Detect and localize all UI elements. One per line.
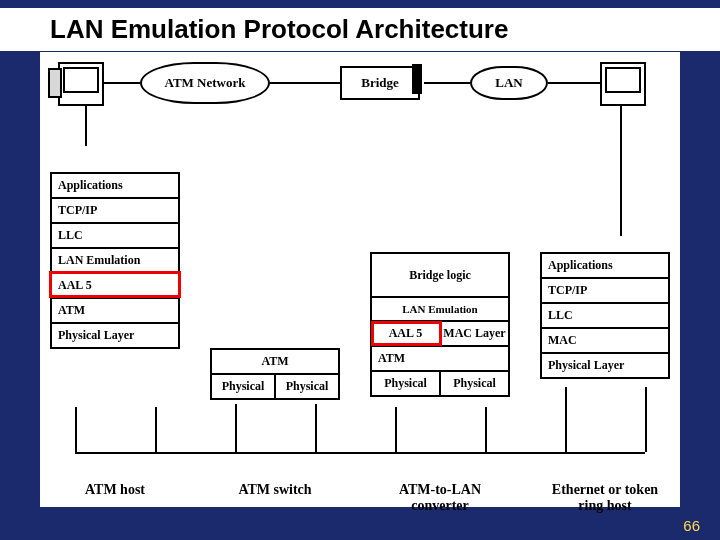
layer-physical-split: Physical Physical	[370, 370, 510, 397]
link-line	[565, 387, 567, 452]
bridge-box: Bridge	[340, 66, 420, 100]
stack-atm-switch: ATM Physical Physical	[210, 348, 340, 400]
layer-physical-left: Physical	[212, 375, 276, 398]
eth-host-pc-icon	[600, 62, 646, 106]
lan-label: LAN	[495, 75, 522, 91]
diagram-canvas: ATM Network Bridge LAN Applications TCP/…	[40, 52, 680, 507]
layer-aal5-mac-split: AAL 5 MAC Layer	[370, 320, 510, 345]
label-atm-switch: ATM switch	[210, 482, 340, 498]
layer-atm: ATM	[210, 348, 340, 373]
stack-atm-host: Applications TCP/IP LLC LAN Emulation AA…	[50, 172, 180, 349]
page-title: LAN Emulation Protocol Architecture	[0, 8, 720, 51]
label-converter: ATM-to-LAN converter	[370, 482, 510, 514]
layer-physical: Physical Layer	[540, 352, 670, 379]
layer-physical-split: Physical Physical	[210, 373, 340, 400]
link-line	[75, 407, 77, 452]
link-line	[270, 82, 340, 84]
layer-lan-emulation: LAN Emulation	[50, 247, 180, 272]
layer-physical-left: Physical	[372, 372, 441, 395]
link-line	[620, 106, 622, 236]
label-atm-host: ATM host	[50, 482, 180, 498]
layer-atm: ATM	[50, 297, 180, 322]
layer-physical-right: Physical	[276, 375, 338, 398]
lan-cloud: LAN	[470, 66, 548, 100]
layer-tcpip: TCP/IP	[540, 277, 670, 302]
layer-llc: LLC	[540, 302, 670, 327]
page-number: 66	[683, 517, 700, 534]
layer-physical: Physical Layer	[50, 322, 180, 349]
layer-applications: Applications	[540, 252, 670, 277]
link-line	[315, 404, 317, 452]
layer-aal5: AAL 5	[50, 272, 180, 297]
layer-applications: Applications	[50, 172, 180, 197]
layer-atm: ATM	[370, 345, 510, 370]
layer-mac: MAC	[540, 327, 670, 352]
link-line	[645, 387, 647, 452]
layer-aal5: AAL 5	[372, 322, 441, 345]
layer-tcpip: TCP/IP	[50, 197, 180, 222]
layer-llc: LLC	[50, 222, 180, 247]
link-line	[548, 82, 600, 84]
bridge-label: Bridge	[361, 75, 399, 91]
physical-bus-line	[75, 452, 645, 454]
layer-lan-emulation: LAN Emulation	[370, 296, 510, 320]
link-line	[424, 82, 470, 84]
link-line	[485, 407, 487, 452]
link-line	[155, 407, 157, 452]
link-line	[85, 106, 87, 146]
layer-mac: MAC Layer	[441, 322, 508, 345]
link-line	[104, 82, 140, 84]
layer-bridge-logic: Bridge logic	[370, 252, 510, 296]
stack-eth-host: Applications TCP/IP LLC MAC Physical Lay…	[540, 252, 670, 379]
layer-physical-right: Physical	[441, 372, 508, 395]
atm-host-pc-icon	[58, 62, 104, 106]
link-line	[235, 404, 237, 452]
stack-converter: Bridge logic LAN Emulation AAL 5 MAC Lay…	[370, 252, 510, 397]
atm-network-label: ATM Network	[165, 75, 246, 91]
atm-network-cloud: ATM Network	[140, 62, 270, 104]
link-line	[395, 407, 397, 452]
label-eth-host: Ethernet or token ring host	[540, 482, 670, 514]
